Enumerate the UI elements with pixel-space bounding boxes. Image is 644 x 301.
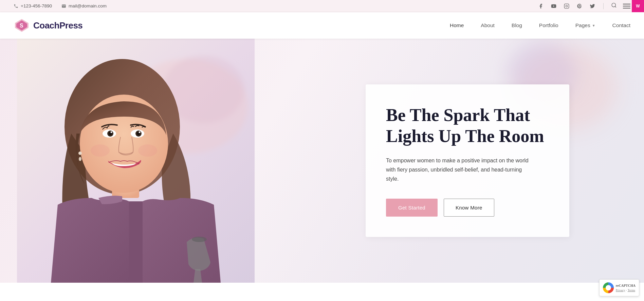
logo[interactable]: S CoachPress [14, 18, 82, 33]
nav-pages[interactable]: Pages ▼ [575, 22, 595, 28]
pinterest-icon[interactable] [576, 3, 583, 9]
svg-point-24 [79, 157, 81, 161]
svg-point-2 [612, 3, 615, 7]
logo-icon: S [14, 18, 30, 33]
svg-point-25 [192, 237, 207, 242]
top-bar-contacts: +123-456-7890 mail@domain.com [14, 3, 107, 8]
woman-portrait-svg [17, 39, 255, 283]
hero-image [17, 39, 255, 283]
email-icon [61, 4, 66, 8]
email-contact[interactable]: mail@domain.com [61, 3, 107, 8]
divider [603, 3, 604, 9]
svg-text:S: S [20, 23, 23, 28]
nav-about[interactable]: About [481, 22, 495, 28]
youtube-icon[interactable] [550, 3, 557, 9]
svg-point-20 [139, 132, 141, 133]
svg-rect-0 [564, 4, 569, 8]
hero-subtitle: To empower women to make a positive impa… [386, 156, 532, 184]
svg-point-21 [91, 144, 110, 157]
wordpress-badge[interactable]: W [632, 0, 644, 12]
know-more-button[interactable]: Know More [444, 199, 494, 217]
header: S CoachPress Home About Blog Portfolio P… [0, 12, 644, 39]
nav-portfolio[interactable]: Portfolio [539, 22, 558, 28]
logo-text: CoachPress [33, 20, 82, 31]
phone-icon [14, 4, 18, 8]
hero-content: Be The Spark That Lights Up The Room To … [338, 39, 644, 283]
recaptcha-logo [603, 282, 614, 283]
nav-contact[interactable]: Contact [612, 22, 630, 28]
get-started-button[interactable]: Get Started [386, 199, 438, 217]
nav-home[interactable]: Home [450, 22, 464, 28]
nav-blog[interactable]: Blog [512, 22, 522, 28]
svg-line-3 [615, 6, 616, 7]
hero-card: Be The Spark That Lights Up The Room To … [366, 84, 569, 237]
hero-title: Be The Spark That Lights Up The Room [386, 105, 546, 146]
hero-section: Be The Spark That Lights Up The Room To … [0, 39, 644, 283]
twitter-icon[interactable] [589, 3, 596, 9]
svg-point-19 [111, 132, 112, 133]
search-icon[interactable] [611, 2, 617, 9]
svg-point-23 [78, 152, 82, 155]
hamburger-menu-icon[interactable] [623, 4, 630, 8]
facebook-icon[interactable] [537, 3, 544, 9]
top-bar-social [537, 2, 630, 9]
svg-point-22 [138, 144, 157, 157]
main-nav: Home About Blog Portfolio Pages ▼ Contac… [450, 22, 630, 28]
top-bar: +123-456-7890 mail@domain.com [0, 0, 644, 12]
phone-contact[interactable]: +123-456-7890 [14, 3, 52, 8]
instagram-icon[interactable] [563, 3, 570, 9]
hero-buttons: Get Started Know More [386, 199, 546, 217]
pages-dropdown-arrow: ▼ [592, 24, 595, 27]
recaptcha-badge: reCAPTCHA Privacy - Terms [599, 279, 639, 283]
